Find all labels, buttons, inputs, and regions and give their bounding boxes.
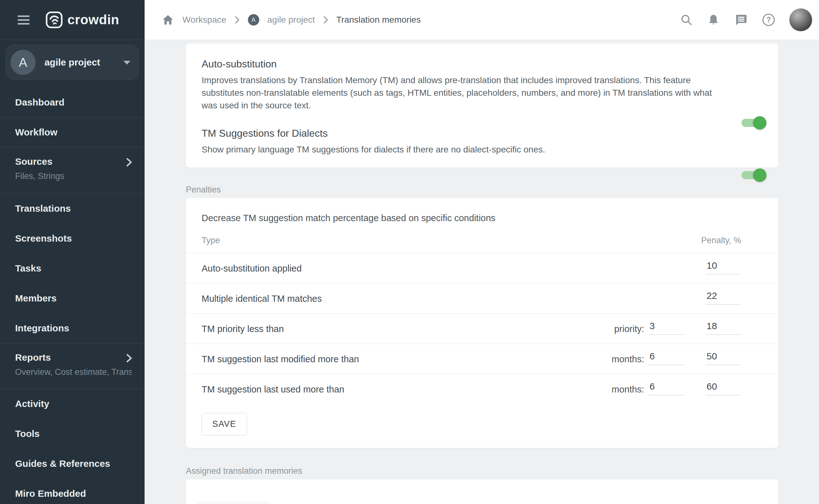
sidebar-item-tools[interactable]: Tools	[0, 419, 145, 449]
app-window: crowdin A agile project Dashboard Workfl…	[0, 0, 819, 504]
project-avatar: A	[10, 50, 36, 75]
sidebar-header: crowdin	[0, 0, 145, 40]
sidebar-item-workflow[interactable]: Workflow	[0, 117, 145, 147]
penalties-card: Decrease TM suggestion match percentage …	[186, 198, 778, 448]
sidebar-item-members[interactable]: Members	[0, 283, 145, 313]
sidebar-item-dashboard[interactable]: Dashboard	[0, 87, 145, 117]
sidebar-item-activity[interactable]: Activity	[0, 389, 145, 419]
sidebar-item-tasks[interactable]: Tasks	[0, 253, 145, 283]
penalties-intro: Decrease TM suggestion match percentage …	[186, 198, 778, 224]
sidebar-item-miro-embedded[interactable]: Miro Embedded	[0, 478, 145, 504]
crowdin-logo[interactable]: crowdin	[45, 11, 119, 29]
help-icon[interactable]: ?	[762, 13, 776, 27]
months-param-label: months:	[612, 354, 644, 364]
auto-substitution-toggle[interactable]	[742, 119, 765, 127]
crowdin-logo-icon	[45, 11, 63, 29]
chevron-right-icon	[323, 16, 328, 24]
breadcrumb: Workspace A agile project Translation me…	[162, 14, 421, 26]
sidebar-item-reports[interactable]: Reports Overview, Cost estimate, Transl…	[0, 343, 145, 389]
months-param-label: months:	[612, 384, 644, 394]
main-content: Auto-substitution Improves translations …	[145, 40, 819, 504]
page-title: Translation memories	[336, 15, 421, 25]
auto-substitution-title: Auto-substitution	[202, 58, 763, 70]
assigned-tm-section-label: Assigned translation memories	[186, 466, 778, 476]
chevron-right-icon	[126, 157, 133, 167]
save-row: SAVE	[186, 404, 778, 448]
column-type: Type	[202, 236, 220, 245]
sidebar-item-sources-subtitle: Files, Strings	[15, 171, 132, 181]
penalty-row-last-used: TM suggestion last used more than months…	[186, 374, 778, 404]
breadcrumb-project[interactable]: agile project	[267, 15, 315, 25]
penalties-section-label: Penalties	[186, 184, 778, 195]
penalty-input-auto-substitution[interactable]	[706, 260, 741, 274]
penalty-row-identical-matches: Multiple identical TM matches	[186, 283, 778, 313]
penalty-input-tm-priority[interactable]	[706, 320, 741, 335]
top-bar: Workspace A agile project Translation me…	[145, 0, 819, 40]
penalty-input-last-used[interactable]	[706, 381, 741, 395]
assigned-tm-card: FILTER	[186, 479, 778, 504]
messages-icon[interactable]	[734, 13, 748, 27]
sidebar-item-guides-references[interactable]: Guides & References	[0, 449, 145, 478]
sidebar-nav: Dashboard Workflow Sources Files, String…	[0, 87, 145, 504]
penalty-row-auto-substitution: Auto-substitution applied	[186, 253, 778, 283]
sidebar-item-sources[interactable]: Sources Files, Strings	[0, 147, 145, 193]
column-penalty: Penalty, %	[701, 236, 741, 245]
breadcrumb-workspace[interactable]: Workspace	[182, 15, 226, 25]
penalty-row-tm-priority: TM priority less than priority:	[186, 313, 778, 344]
save-button[interactable]: SAVE	[202, 413, 247, 435]
project-name: agile project	[44, 57, 100, 68]
filter-button[interactable]: FILTER	[197, 503, 270, 504]
last-modified-months-input[interactable]	[649, 351, 684, 365]
auto-substitution-setting: Auto-substitution Improves translations …	[202, 58, 763, 112]
top-actions: ?	[680, 9, 812, 31]
penalty-input-last-modified[interactable]	[706, 351, 741, 365]
notifications-bell-icon[interactable]	[707, 13, 720, 26]
last-used-months-input[interactable]	[649, 381, 684, 395]
home-icon[interactable]	[162, 14, 174, 26]
penalty-row-last-modified: TM suggestion last modified more than mo…	[186, 344, 778, 374]
priority-value-input[interactable]	[649, 320, 684, 335]
hamburger-menu-icon[interactable]	[18, 13, 30, 27]
priority-param-label: priority:	[614, 324, 644, 334]
project-selector[interactable]: A agile project	[6, 45, 139, 80]
search-icon[interactable]	[680, 13, 693, 26]
chevron-right-icon	[235, 16, 240, 24]
tm-dialects-description: Show primary language TM suggestions for…	[202, 143, 725, 156]
sidebar-item-translations[interactable]: Translations	[0, 193, 145, 223]
sidebar-item-integrations[interactable]: Integrations	[0, 313, 145, 343]
auto-substitution-description: Improves translations by Translation Mem…	[202, 74, 725, 112]
crowdin-logo-text: crowdin	[67, 12, 119, 27]
breadcrumb-project-avatar: A	[248, 14, 259, 26]
tm-dialects-setting: TM Suggestions for Dialects Show primary…	[202, 127, 763, 156]
penalties-table-header: Type Penalty, %	[186, 224, 778, 253]
tm-dialects-title: TM Suggestions for Dialects	[202, 127, 763, 140]
tm-dialects-toggle[interactable]	[742, 171, 765, 179]
chevron-right-icon	[126, 353, 133, 363]
sidebar: crowdin A agile project Dashboard Workfl…	[0, 0, 145, 504]
caret-down-icon	[123, 61, 130, 65]
sidebar-item-reports-subtitle: Overview, Cost estimate, Transl…	[15, 367, 132, 377]
tm-settings-card: Auto-substitution Improves translations …	[186, 43, 778, 168]
penalty-input-identical-matches[interactable]	[706, 290, 741, 304]
sidebar-item-screenshots[interactable]: Screenshots	[0, 223, 145, 253]
svg-text:?: ?	[766, 16, 771, 24]
user-avatar[interactable]	[789, 9, 812, 31]
